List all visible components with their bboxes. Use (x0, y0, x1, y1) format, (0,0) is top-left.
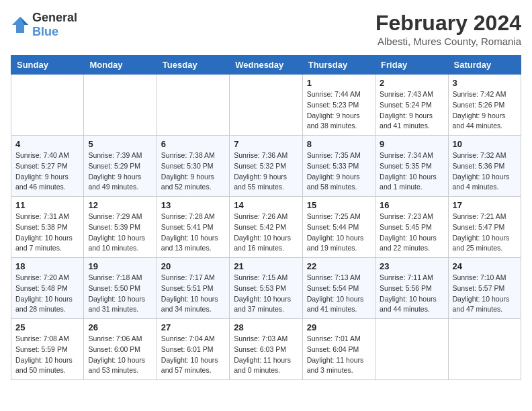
table-row: 15Sunrise: 7:25 AMSunset: 5:44 PMDayligh… (302, 197, 375, 258)
table-row: 21Sunrise: 7:15 AMSunset: 5:53 PMDayligh… (230, 258, 302, 319)
table-row: 28Sunrise: 7:03 AMSunset: 6:03 PMDayligh… (230, 319, 302, 380)
day-info: Sunrise: 7:32 AMSunset: 5:36 PMDaylight:… (453, 150, 517, 193)
table-row: 22Sunrise: 7:13 AMSunset: 5:54 PMDayligh… (302, 258, 375, 319)
day-info: Sunrise: 7:17 AMSunset: 5:51 PMDaylight:… (161, 273, 225, 315)
day-info: Sunrise: 7:25 AMSunset: 5:44 PMDaylight:… (307, 212, 371, 254)
table-row: 23Sunrise: 7:11 AMSunset: 5:56 PMDayligh… (375, 258, 448, 319)
day-info: Sunrise: 7:34 AMSunset: 5:35 PMDaylight:… (380, 150, 443, 193)
table-row: 2Sunrise: 7:43 AMSunset: 5:24 PMDaylight… (375, 75, 448, 136)
day-number: 5 (88, 139, 152, 149)
day-number: 24 (453, 261, 517, 271)
day-number: 19 (88, 261, 152, 271)
col-friday: Friday (375, 56, 448, 75)
days-of-week-row: Sunday Monday Tuesday Wednesday Thursday… (11, 56, 521, 75)
table-row: 13Sunrise: 7:28 AMSunset: 5:41 PMDayligh… (157, 197, 229, 258)
day-info: Sunrise: 7:43 AMSunset: 5:24 PMDaylight:… (380, 89, 443, 132)
table-row: 4Sunrise: 7:40 AMSunset: 5:27 PMDaylight… (11, 136, 84, 197)
day-info: Sunrise: 7:31 AMSunset: 5:38 PMDaylight:… (15, 212, 79, 254)
table-row (448, 319, 521, 380)
calendar-week-row: 18Sunrise: 7:20 AMSunset: 5:48 PMDayligh… (11, 258, 521, 319)
day-info: Sunrise: 7:21 AMSunset: 5:47 PMDaylight:… (453, 212, 517, 254)
day-number: 8 (307, 139, 371, 149)
day-info: Sunrise: 7:29 AMSunset: 5:39 PMDaylight:… (88, 212, 152, 254)
day-number: 13 (161, 200, 225, 210)
col-monday: Monday (84, 56, 157, 75)
table-row: 26Sunrise: 7:06 AMSunset: 6:00 PMDayligh… (84, 319, 157, 380)
table-row: 6Sunrise: 7:38 AMSunset: 5:30 PMDaylight… (157, 136, 229, 197)
day-info: Sunrise: 7:08 AMSunset: 5:59 PMDaylight:… (15, 334, 79, 376)
table-row: 19Sunrise: 7:18 AMSunset: 5:50 PMDayligh… (84, 258, 157, 319)
day-info: Sunrise: 7:44 AMSunset: 5:23 PMDaylight:… (307, 89, 371, 132)
day-info: Sunrise: 7:10 AMSunset: 5:57 PMDaylight:… (453, 273, 517, 315)
day-number: 2 (380, 78, 443, 88)
table-row: 17Sunrise: 7:21 AMSunset: 5:47 PMDayligh… (448, 197, 521, 258)
calendar-main-title: February 2024 (375, 11, 521, 36)
logo-icon (11, 15, 30, 34)
day-number: 18 (15, 261, 79, 271)
table-row: 3Sunrise: 7:42 AMSunset: 5:26 PMDaylight… (448, 75, 521, 136)
logo-text: General Blue (32, 11, 77, 39)
calendar-body: 1Sunrise: 7:44 AMSunset: 5:23 PMDaylight… (11, 75, 521, 380)
table-row (157, 75, 229, 136)
day-info: Sunrise: 7:01 AMSunset: 6:04 PMDaylight:… (307, 334, 371, 376)
table-row: 7Sunrise: 7:36 AMSunset: 5:32 PMDaylight… (230, 136, 302, 197)
table-row: 14Sunrise: 7:26 AMSunset: 5:42 PMDayligh… (230, 197, 302, 258)
day-number: 1 (307, 78, 371, 88)
day-info: Sunrise: 7:39 AMSunset: 5:29 PMDaylight:… (88, 150, 152, 193)
calendar-title-section: February 2024 Albesti, Mures County, Rom… (375, 11, 521, 47)
day-info: Sunrise: 7:36 AMSunset: 5:32 PMDaylight:… (234, 150, 298, 193)
table-row: 29Sunrise: 7:01 AMSunset: 6:04 PMDayligh… (302, 319, 375, 380)
day-number: 6 (161, 139, 225, 149)
table-row: 11Sunrise: 7:31 AMSunset: 5:38 PMDayligh… (11, 197, 84, 258)
day-number: 28 (234, 322, 298, 332)
calendar-table: Sunday Monday Tuesday Wednesday Thursday… (11, 55, 521, 380)
col-saturday: Saturday (448, 56, 521, 75)
day-info: Sunrise: 7:38 AMSunset: 5:30 PMDaylight:… (161, 150, 225, 193)
day-number: 29 (307, 322, 371, 332)
table-row: 25Sunrise: 7:08 AMSunset: 5:59 PMDayligh… (11, 319, 84, 380)
day-number: 27 (161, 322, 225, 332)
day-info: Sunrise: 7:23 AMSunset: 5:45 PMDaylight:… (380, 212, 443, 254)
page-header: General Blue February 2024 Albesti, Mure… (11, 11, 521, 47)
table-row: 18Sunrise: 7:20 AMSunset: 5:48 PMDayligh… (11, 258, 84, 319)
day-info: Sunrise: 7:18 AMSunset: 5:50 PMDaylight:… (88, 273, 152, 315)
day-number: 7 (234, 139, 298, 149)
day-info: Sunrise: 7:06 AMSunset: 6:00 PMDaylight:… (88, 334, 152, 376)
day-number: 16 (380, 200, 443, 210)
day-info: Sunrise: 7:11 AMSunset: 5:56 PMDaylight:… (380, 273, 443, 315)
table-row: 1Sunrise: 7:44 AMSunset: 5:23 PMDaylight… (302, 75, 375, 136)
table-row: 9Sunrise: 7:34 AMSunset: 5:35 PMDaylight… (375, 136, 448, 197)
day-number: 20 (161, 261, 225, 271)
day-info: Sunrise: 7:03 AMSunset: 6:03 PMDaylight:… (234, 334, 298, 376)
table-row: 12Sunrise: 7:29 AMSunset: 5:39 PMDayligh… (84, 197, 157, 258)
day-number: 15 (307, 200, 371, 210)
calendar-week-row: 1Sunrise: 7:44 AMSunset: 5:23 PMDaylight… (11, 75, 521, 136)
table-row: 24Sunrise: 7:10 AMSunset: 5:57 PMDayligh… (448, 258, 521, 319)
day-number: 12 (88, 200, 152, 210)
calendar-subtitle: Albesti, Mures County, Romania (375, 36, 521, 47)
day-number: 4 (15, 139, 79, 149)
day-info: Sunrise: 7:35 AMSunset: 5:33 PMDaylight:… (307, 150, 371, 193)
table-row (230, 75, 302, 136)
col-thursday: Thursday (302, 56, 375, 75)
day-info: Sunrise: 7:15 AMSunset: 5:53 PMDaylight:… (234, 273, 298, 315)
col-wednesday: Wednesday (230, 56, 302, 75)
calendar-week-row: 4Sunrise: 7:40 AMSunset: 5:27 PMDaylight… (11, 136, 521, 197)
day-number: 22 (307, 261, 371, 271)
day-number: 17 (453, 200, 517, 210)
day-number: 14 (234, 200, 298, 210)
table-row (84, 75, 157, 136)
calendar-week-row: 25Sunrise: 7:08 AMSunset: 5:59 PMDayligh… (11, 319, 521, 380)
day-info: Sunrise: 7:40 AMSunset: 5:27 PMDaylight:… (15, 150, 79, 193)
day-number: 26 (88, 322, 152, 332)
day-info: Sunrise: 7:26 AMSunset: 5:42 PMDaylight:… (234, 212, 298, 254)
day-number: 10 (453, 139, 517, 149)
col-sunday: Sunday (11, 56, 84, 75)
day-number: 9 (380, 139, 443, 149)
table-row (11, 75, 84, 136)
day-info: Sunrise: 7:28 AMSunset: 5:41 PMDaylight:… (161, 212, 225, 254)
table-row: 16Sunrise: 7:23 AMSunset: 5:45 PMDayligh… (375, 197, 448, 258)
calendar-week-row: 11Sunrise: 7:31 AMSunset: 5:38 PMDayligh… (11, 197, 521, 258)
day-number: 3 (453, 78, 517, 88)
day-info: Sunrise: 7:20 AMSunset: 5:48 PMDaylight:… (15, 273, 79, 315)
